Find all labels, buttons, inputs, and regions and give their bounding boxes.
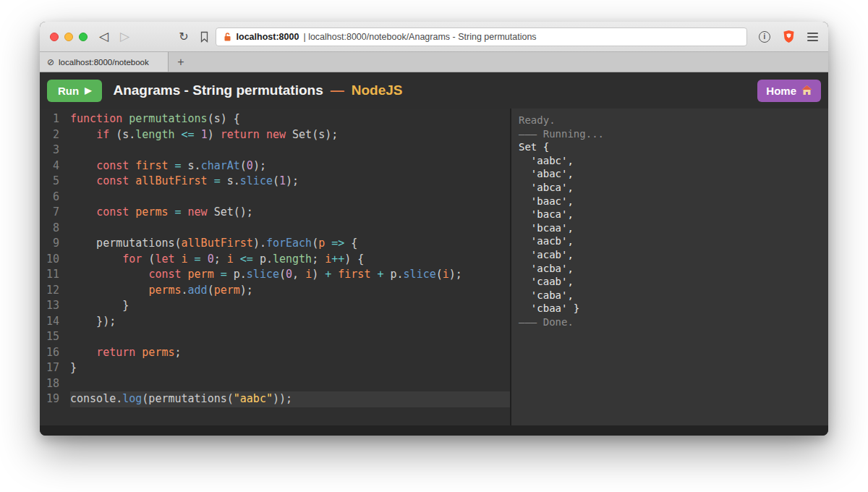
code-line-text: }: [70, 360, 510, 376]
code-line[interactable]: 11 const perm = p.slice(0, i) + first + …: [40, 267, 510, 283]
code-line[interactable]: 2 if (s.length <= 1) return new Set(s);: [40, 127, 510, 143]
output-line: 'caab',: [519, 275, 828, 289]
code-line[interactable]: 8: [40, 221, 510, 237]
line-number: 10: [40, 252, 70, 268]
code-line-text: [70, 329, 510, 345]
code-line[interactable]: 5 const allButFirst = s.slice(1);: [40, 174, 510, 190]
url-path: | localhost:8000/notebook/Anagrams - Str…: [303, 32, 536, 42]
insecure-lock-icon: [223, 32, 232, 42]
runtime-label: NodeJS: [352, 82, 403, 98]
browser-tab[interactable]: ⊘ localhost:8000/notebook: [40, 52, 169, 72]
code-line-text: [70, 376, 510, 392]
output-line: Set {: [519, 140, 828, 154]
editor-scrollbar-track[interactable]: [40, 425, 828, 436]
code-line[interactable]: 7 const perms = new Set();: [40, 205, 510, 221]
line-number: 3: [40, 143, 70, 158]
window-controls: [50, 33, 88, 41]
code-line[interactable]: 4 const first = s.charAt(0);: [40, 158, 510, 174]
brave-shield-icon[interactable]: [783, 30, 795, 43]
line-number: 4: [40, 158, 70, 174]
notebook-title-group: Anagrams - String permutations — NodeJS: [113, 82, 402, 98]
code-line-text: });: [70, 314, 510, 330]
code-line-text: [70, 221, 510, 237]
home-button-label: Home: [766, 85, 796, 97]
line-number: 1: [40, 111, 70, 127]
line-number: 17: [40, 360, 70, 376]
code-line[interactable]: 1function permutations(s) {: [40, 111, 510, 127]
play-icon: ▶: [85, 85, 91, 96]
output-line: 'baca',: [519, 208, 828, 221]
output-line: ——— Running...: [519, 127, 828, 141]
code-line[interactable]: 18: [40, 376, 510, 392]
line-number: 2: [40, 127, 70, 143]
bookmark-icon[interactable]: [199, 31, 210, 43]
output-line: 'bcaa',: [519, 221, 828, 235]
browser-window: ◁ ▷ ↻ localhost:8000 | localhost:8000/no…: [40, 22, 828, 436]
code-line-text: if (s.length <= 1) return new Set(s);: [70, 127, 510, 143]
home-icon: [801, 85, 812, 96]
line-number: 11: [40, 267, 70, 283]
code-line-text: return perms;: [70, 345, 510, 361]
code-line[interactable]: 9 permutations(allButFirst).forEach(p =>…: [40, 236, 510, 252]
output-line: ——— Done.: [519, 315, 828, 329]
line-number: 6: [40, 190, 70, 205]
output-line: 'acba',: [519, 262, 828, 276]
line-number: 7: [40, 205, 70, 221]
minimize-button[interactable]: [64, 33, 73, 41]
output-line: 'aabc',: [519, 154, 828, 168]
reload-button[interactable]: ↻: [179, 31, 188, 43]
code-line[interactable]: 12 perms.add(perm);: [40, 283, 510, 299]
info-icon[interactable]: i: [759, 31, 770, 43]
main-content: 1function permutations(s) {2 if (s.lengt…: [40, 109, 828, 425]
code-line[interactable]: 13 }: [40, 298, 510, 314]
line-number: 16: [40, 345, 70, 361]
tab-title: localhost:8000/notebook: [59, 58, 149, 67]
line-number: 8: [40, 221, 70, 237]
output-line: 'acab',: [519, 248, 828, 262]
url-bar[interactable]: localhost:8000 | localhost:8000/notebook…: [216, 27, 747, 46]
forward-button[interactable]: ▷: [120, 30, 129, 43]
run-button-label: Run: [58, 85, 79, 97]
output-line: 'baac',: [519, 195, 828, 208]
code-line-text: [70, 143, 510, 158]
tab-strip: ⊘ localhost:8000/notebook +: [40, 52, 828, 72]
code-line[interactable]: 16 return perms;: [40, 345, 510, 361]
output-line: Ready.: [519, 114, 828, 127]
code-line-text: }: [70, 298, 510, 314]
line-number: 13: [40, 298, 70, 314]
code-line[interactable]: 3: [40, 143, 510, 158]
back-button[interactable]: ◁: [99, 30, 109, 43]
line-number: 18: [40, 376, 70, 392]
code-line-text: for (let i = 0; i <= p.length; i++) {: [70, 252, 510, 268]
code-line-text: const allButFirst = s.slice(1);: [70, 174, 510, 190]
code-line[interactable]: 10 for (let i = 0; i <= p.length; i++) {: [40, 252, 510, 268]
zoom-button[interactable]: [79, 33, 88, 41]
code-line[interactable]: 14 });: [40, 314, 510, 330]
editor-lines: 1function permutations(s) {2 if (s.lengt…: [40, 111, 510, 407]
code-line[interactable]: 17}: [40, 360, 510, 376]
code-editor[interactable]: 1function permutations(s) {2 if (s.lengt…: [40, 109, 511, 425]
output-lines: Ready.——— Running...Set { 'aabc', 'abac'…: [519, 114, 828, 329]
code-line-text: const perms = new Set();: [70, 205, 510, 221]
line-number: 14: [40, 314, 70, 330]
home-button[interactable]: Home: [757, 80, 821, 102]
code-line[interactable]: 15: [40, 329, 510, 345]
run-button[interactable]: Run ▶: [47, 80, 102, 102]
code-line[interactable]: 19console.log(permutations("aabc"));: [40, 391, 510, 407]
code-line-text: console.log(permutations("aabc"));: [70, 391, 510, 407]
output-line: 'caba',: [519, 289, 828, 302]
line-number: 5: [40, 174, 70, 190]
output-line: 'aacb',: [519, 234, 828, 248]
code-line-text: const perm = p.slice(0, i) + first + p.s…: [70, 267, 510, 283]
browser-toolbar: ◁ ▷ ↻ localhost:8000 | localhost:8000/no…: [40, 22, 828, 52]
menu-icon[interactable]: [807, 33, 818, 41]
title-separator: —: [331, 82, 344, 98]
new-tab-button[interactable]: +: [169, 52, 193, 72]
url-host: localhost:8000: [237, 32, 299, 42]
line-number: 12: [40, 283, 70, 299]
close-button[interactable]: [50, 33, 59, 41]
code-line-text: const first = s.charAt(0);: [70, 158, 510, 174]
desktop-background: ◁ ▷ ↻ localhost:8000 | localhost:8000/no…: [0, 0, 868, 492]
toolbar-right-icons: i: [759, 30, 818, 43]
code-line[interactable]: 6: [40, 190, 510, 205]
